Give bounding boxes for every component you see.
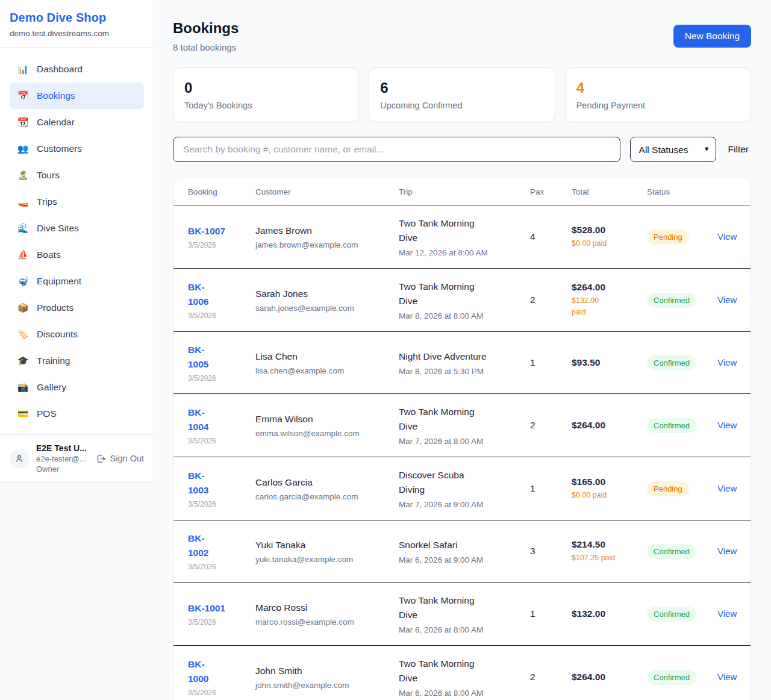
trip-datetime: Mar 8, 2026 at 8:00 AM <box>399 311 520 320</box>
booking-cell: BK- 1004 3/5/2026 <box>173 394 255 457</box>
trip-cell: Snorkel Safari Mar 6, 2026 at 9:00 AM <box>399 520 530 583</box>
view-link[interactable]: View <box>717 546 737 556</box>
pax-cell: 2 <box>530 646 572 700</box>
column-header-booking: Booking <box>173 178 255 205</box>
credit-card-icon: 💳 <box>17 408 29 419</box>
booking-id-link[interactable]: BK-1001 <box>188 601 246 616</box>
actions-cell: View <box>717 583 751 646</box>
pax-cell: 2 <box>530 394 572 457</box>
paid-amount: $0.00 paid <box>572 490 637 501</box>
actions-cell: View <box>717 332 751 394</box>
booking-id-link[interactable]: BK- 1000 <box>188 657 246 686</box>
customer-name: Marco Rossi <box>255 601 389 614</box>
sidebar-item-discounts[interactable]: 🏷️ Discounts <box>10 321 144 348</box>
stat-label: Upcoming Confirmed <box>380 101 543 110</box>
booking-id-link[interactable]: BK- 1006 <box>188 280 246 309</box>
pax-count: 1 <box>530 483 562 494</box>
booking-id-link[interactable]: BK- 1005 <box>188 343 246 372</box>
trip-datetime: Mar 6, 2026 at 9:00 AM <box>399 555 520 564</box>
view-link[interactable]: View <box>717 295 737 305</box>
sidebar-item-gallery[interactable]: 📸 Gallery <box>10 374 144 401</box>
user-name: E2E Test U... <box>36 443 95 453</box>
sidebar-item-equipment[interactable]: 🤿 Equipment <box>10 268 144 295</box>
tear-off-calendar-icon: 📆 <box>17 117 29 128</box>
trip-datetime: Mar 6, 2026 at 8:00 AM <box>399 689 520 698</box>
search-input[interactable] <box>173 137 620 162</box>
avatar <box>10 449 29 468</box>
calendar-icon: 📅 <box>17 90 29 101</box>
stat-value: 6 <box>380 80 543 96</box>
customer-cell: Emma Wilson emma.wilson@example.com <box>255 394 399 457</box>
table-row: BK- 1002 3/5/2026 Yuki Tanaka yuki.tanak… <box>173 520 751 583</box>
booking-id-link[interactable]: BK- 1002 <box>188 531 246 560</box>
sidebar-item-bookings[interactable]: 📅 Bookings <box>10 83 144 109</box>
island-icon: 🏝️ <box>17 170 29 181</box>
total-cell: $132.00 <box>572 583 647 646</box>
status-select[interactable]: All Statuses <box>630 137 716 162</box>
view-link[interactable]: View <box>717 357 737 367</box>
trip-datetime: Mar 6, 2026 at 8:00 AM <box>399 625 520 634</box>
total-cell: $214.50 $107.25 paid <box>572 520 647 583</box>
sidebar-item-products[interactable]: 📦 Products <box>10 295 144 321</box>
view-link[interactable]: View <box>717 483 737 493</box>
status-badge: Pending <box>647 481 689 496</box>
sidebar-item-calendar[interactable]: 📆 Calendar <box>10 109 144 136</box>
trip-datetime: Mar 8, 2026 at 5:30 PM <box>399 367 520 376</box>
wave-icon: 🌊 <box>17 223 29 234</box>
customer-email: marco.rossi@example.com <box>255 617 389 627</box>
view-link[interactable]: View <box>717 608 737 619</box>
stat-value: 0 <box>184 80 348 96</box>
new-booking-button[interactable]: New Booking <box>673 25 751 48</box>
brand-block: Demo Dive Shop demo.test.divestreams.com <box>0 0 154 48</box>
actions-cell: View <box>717 205 751 269</box>
total-amount: $528.00 <box>572 225 637 236</box>
table-row: BK- 1004 3/5/2026 Emma Wilson emma.wilso… <box>173 394 751 457</box>
pax-count: 4 <box>530 231 562 242</box>
pax-count: 1 <box>530 357 562 368</box>
view-link[interactable]: View <box>717 231 737 242</box>
trip-name: Two Tank Morning Dive <box>399 280 520 308</box>
actions-cell: View <box>717 269 751 332</box>
view-link[interactable]: View <box>717 672 737 682</box>
sidebar-item-training[interactable]: 🎓 Training <box>10 348 144 374</box>
customer-name: Sarah Jones <box>255 287 389 301</box>
view-link[interactable]: View <box>717 420 737 430</box>
customer-email: carlos.garcia@example.com <box>255 492 389 501</box>
speedboat-icon: 🚤 <box>17 196 29 207</box>
booking-id-link[interactable]: BK- 1004 <box>188 405 246 434</box>
sidebar-item-boats[interactable]: ⛵ Boats <box>10 242 144 268</box>
sidebar-item-dive-sites[interactable]: 🌊 Dive Sites <box>10 215 144 242</box>
stats-row: 0 Today's Bookings 6 Upcoming Confirmed … <box>173 67 751 122</box>
booking-cell: BK- 1006 3/5/2026 <box>173 269 255 332</box>
table-row: BK- 1005 3/5/2026 Lisa Chen lisa.chen@ex… <box>173 332 751 394</box>
booking-date: 3/5/2026 <box>188 241 246 249</box>
booking-id-link[interactable]: BK-1007 <box>188 224 246 239</box>
trip-cell: Two Tank Morning Dive Mar 8, 2026 at 8:0… <box>399 269 530 332</box>
sidebar-item-customers[interactable]: 👥 Customers <box>10 136 144 162</box>
sidebar-item-pos[interactable]: 💳 POS <box>10 401 144 427</box>
status-cell: Pending <box>647 205 717 269</box>
status-cell: Confirmed <box>647 269 717 332</box>
sign-out-button[interactable]: Sign Out <box>96 454 144 464</box>
total-cell: $264.00 <box>572 394 647 457</box>
page-title-block: Bookings 8 total bookings <box>173 20 239 52</box>
stat-label: Pending Payment <box>576 101 740 110</box>
sidebar-item-dashboard[interactable]: 📊 Dashboard <box>10 56 144 83</box>
sidebar-item-tours[interactable]: 🏝️ Tours <box>10 162 144 189</box>
package-icon: 📦 <box>17 302 29 313</box>
stat-value: 4 <box>576 80 740 96</box>
status-cell: Confirmed <box>647 394 717 457</box>
bookings-table-card: Booking Customer Trip Pax Total Status B… <box>173 178 751 700</box>
trip-name: Night Dive Adventure <box>399 349 520 364</box>
sidebar-item-trips[interactable]: 🚤 Trips <box>10 189 144 215</box>
status-badge: Confirmed <box>647 355 696 370</box>
total-amount: $93.50 <box>572 357 637 368</box>
diving-mask-icon: 🤿 <box>17 276 29 287</box>
status-cell: Confirmed <box>647 332 717 394</box>
paid-amount: $132.00 paid <box>572 295 637 318</box>
filter-button[interactable]: Filter <box>726 144 751 155</box>
status-badge: Confirmed <box>647 544 696 559</box>
pax-cell: 4 <box>530 205 572 269</box>
pax-cell: 3 <box>530 520 572 583</box>
booking-id-link[interactable]: BK- 1003 <box>188 469 246 498</box>
